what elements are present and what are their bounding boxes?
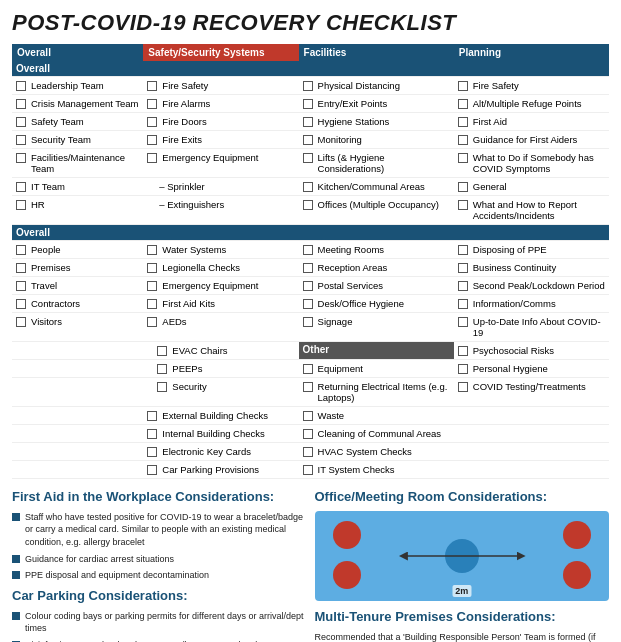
table-cell: Facilities/Maintenance Team [12,149,143,178]
checkbox[interactable] [458,99,468,109]
checkbox[interactable] [458,182,468,192]
checkbox[interactable] [16,281,26,291]
checkbox[interactable] [147,317,157,327]
table-cell: Psychosocial Risks [454,342,609,360]
checkbox[interactable] [303,117,313,127]
checkbox[interactable] [458,299,468,309]
table-cell [12,360,143,378]
checkbox[interactable] [303,317,313,327]
office-diagram: 2m [315,511,610,601]
checkbox[interactable] [458,281,468,291]
checkbox[interactable] [16,200,26,210]
checkbox[interactable] [16,99,26,109]
checkbox[interactable] [458,153,468,163]
cell-text: Meeting Rooms [318,244,385,255]
checkbox[interactable] [303,135,313,145]
table-row: PEEPsEquipmentPersonal Hygiene [12,360,609,378]
list-item: Staff who have tested positive for COVID… [12,511,307,549]
table-row: Crisis Management TeamFire AlarmsEntry/E… [12,95,609,113]
table-cell: Physical Distancing [299,77,454,95]
checkbox[interactable] [303,364,313,374]
checkbox[interactable] [303,263,313,273]
checkbox[interactable] [303,200,313,210]
table-cell: Up-to-Date Info About COVID-19 [454,313,609,342]
checkbox[interactable] [157,382,167,392]
carparking-heading: Car Parking Considerations: [12,588,307,605]
checkbox[interactable] [16,245,26,255]
checkbox[interactable] [147,447,157,457]
cell-text: Emergency Equipment [162,152,258,163]
checkbox[interactable] [303,245,313,255]
cell-text: Crisis Management Team [31,98,139,109]
checkbox[interactable] [458,245,468,255]
checkbox[interactable] [303,182,313,192]
checkbox[interactable] [16,263,26,273]
checkbox[interactable] [303,465,313,475]
checkbox[interactable] [147,411,157,421]
checkbox[interactable] [458,200,468,210]
checkbox[interactable] [157,346,167,356]
checkbox[interactable] [147,263,157,273]
checkbox[interactable] [458,346,468,356]
checkbox[interactable] [458,117,468,127]
checkbox[interactable] [303,81,313,91]
table-cell: Visitors [12,313,143,342]
checkbox[interactable] [303,281,313,291]
checkbox[interactable] [303,447,313,457]
checkbox[interactable] [458,382,468,392]
table-cell: Electronic Key Cards [143,443,298,461]
table-cell: COVID Testing/Treatments [454,378,609,407]
checkbox[interactable] [16,182,26,192]
table-cell: External Building Checks [143,407,298,425]
section1-header-row: Overall [12,61,609,77]
checkbox[interactable] [458,135,468,145]
table-cell: Reception Areas [299,259,454,277]
checkbox[interactable] [303,153,313,163]
table-cell: Fire Doors [143,113,298,131]
checkbox[interactable] [16,317,26,327]
checkbox[interactable] [147,429,157,439]
cell-text: Guidance for First Aiders [473,134,578,145]
checkbox[interactable] [16,135,26,145]
checkbox[interactable] [303,429,313,439]
col-facilities-header: Facilities [299,44,454,61]
checkbox[interactable] [157,364,167,374]
checkbox[interactable] [303,99,313,109]
checkbox[interactable] [147,99,157,109]
cell-text: Personal Hygiene [473,363,548,374]
table-row: Electronic Key CardsHVAC System Checks [12,443,609,461]
checkbox[interactable] [458,317,468,327]
checkbox[interactable] [147,135,157,145]
checkbox[interactable] [147,117,157,127]
checkbox[interactable] [303,299,313,309]
checkbox[interactable] [147,81,157,91]
checkbox[interactable] [147,465,157,475]
checkbox[interactable] [147,245,157,255]
bullet-icon [12,555,20,563]
cell-text: HR [31,199,45,210]
checkbox[interactable] [147,281,157,291]
right-bottom-col: Office/Meeting Room Considerations: 2m [315,489,610,642]
checkbox[interactable] [458,263,468,273]
checkbox[interactable] [458,81,468,91]
checkbox[interactable] [16,153,26,163]
table-cell: Fire Safety [143,77,298,95]
checkbox[interactable] [303,411,313,421]
table-cell: Leadership Team [12,77,143,95]
checkbox[interactable] [16,299,26,309]
checkbox[interactable] [147,153,157,163]
checkbox[interactable] [16,81,26,91]
checkbox[interactable] [458,364,468,374]
table-cell [454,443,609,461]
cell-text: External Building Checks [162,410,268,421]
table-row: ContractorsFirst Aid KitsDesk/Office Hyg… [12,295,609,313]
checkbox[interactable] [147,299,157,309]
col-safety-header: Safety/Security Systems [143,44,298,61]
cell-text: First Aid Kits [162,298,215,309]
table-cell: Postal Services [299,277,454,295]
cell-text: Contractors [31,298,80,309]
checkbox[interactable] [16,117,26,127]
cell-text: Monitoring [318,134,362,145]
cell-text: Fire Exits [162,134,202,145]
checkbox[interactable] [303,382,313,392]
